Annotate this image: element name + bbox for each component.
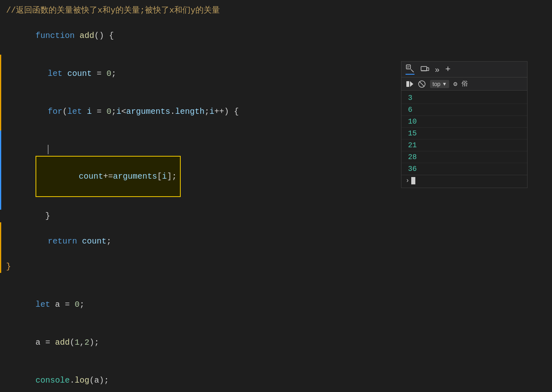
let-count-line: let count = 0; [0,55,318,93]
chinese-char-icon[interactable]: 俗 [461,80,468,88]
fn-name: add [80,31,94,40]
comment-text: //返回函数的关量被快了x和y的关量;被快了x和们y的关量 [6,4,318,17]
svg-marker-5 [410,81,413,87]
inspect-icon[interactable] [406,64,415,75]
output-value-2: 6 [401,104,527,116]
settings-icon[interactable]: ⚙ [453,80,457,88]
inner-close-brace-line: } [0,210,318,222]
blank-line [0,273,318,286]
context-selector[interactable]: top ▼ [430,80,449,88]
device-icon[interactable] [420,65,429,74]
console-toolbar-row1: » + [401,62,527,78]
output-value-3: 10 [401,116,527,128]
fn-decl-line: function add() { [0,17,318,55]
console-toolbar-row2: top ▼ ⚙ 俗 [401,78,527,91]
output-value-6: 28 [401,151,527,163]
for-loop-line: for(let i = 0;i<arguments.length;i++) { [0,93,318,131]
count-plus-line: count+=arguments[i]; [0,131,318,210]
console-output: 3 6 10 15 21 28 36 › [401,91,527,188]
comment-line: //返回函数的关量被快了x和y的关量;被快了x和们y的关量 [0,4,318,17]
outer-close-brace-line: } [0,260,318,273]
output-value-5: 21 [401,140,527,151]
clear-button[interactable] [418,80,426,88]
svg-rect-0 [406,65,410,69]
boxed-statement: count+=arguments[i]; [35,156,181,197]
add-tab-icon[interactable]: + [445,64,450,75]
svg-line-7 [419,82,424,86]
context-label: top [432,81,440,87]
return-line: return count; [0,222,318,260]
console-panel: » + top ▼ ⚙ [401,61,528,188]
a-add12-line: a = add(1,2); [0,323,318,361]
let-a-line: let a = 0; [0,286,318,323]
context-dropdown-arrow: ▼ [442,81,447,87]
console-prompt: › [406,177,410,184]
fn-parens: () { [94,31,114,40]
output-value-1: 3 [401,92,527,104]
code-editor: //返回函数的关量被快了x和y的关量;被快了x和们y的关量 function a… [0,0,318,392]
console-log-1: console.log(a); [0,361,318,392]
more-icon[interactable]: » [435,65,439,74]
output-value-7: 36 [401,163,527,175]
svg-rect-1 [421,66,427,71]
console-cursor [411,177,415,184]
forward-button[interactable] [406,80,414,88]
svg-rect-2 [427,68,429,71]
keyword-function: function [35,31,80,40]
console-input-row: › [401,175,527,186]
output-value-4: 15 [401,128,527,140]
svg-rect-4 [406,81,409,87]
